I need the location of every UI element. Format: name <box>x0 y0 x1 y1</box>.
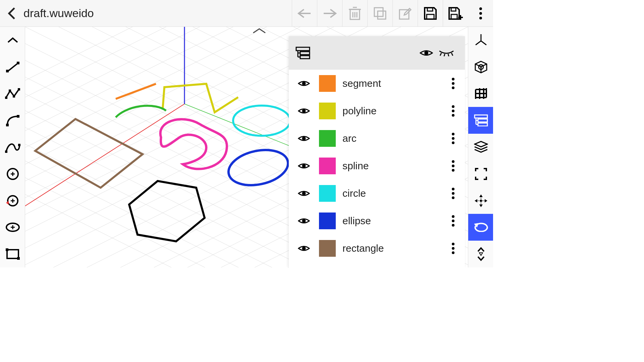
rectangle-tool[interactable] <box>0 241 25 267</box>
svg-line-45 <box>476 41 481 45</box>
svg-point-17 <box>479 7 482 10</box>
layer-more-icon[interactable] <box>448 242 458 254</box>
layer-row[interactable]: polyline <box>289 97 465 125</box>
eye-icon[interactable] <box>296 79 312 87</box>
svg-line-124 <box>444 54 445 56</box>
layer-more-icon[interactable] <box>448 215 458 227</box>
layer-row[interactable]: segment <box>289 70 465 97</box>
right-toolbar <box>468 27 493 267</box>
svg-point-145 <box>452 192 454 195</box>
layer-name-label: spline <box>342 160 448 172</box>
svg-marker-67 <box>475 199 477 202</box>
eye-icon[interactable] <box>296 189 312 197</box>
layer-color-swatch[interactable] <box>319 185 336 202</box>
svg-rect-14 <box>451 8 456 11</box>
layers-tree-icon[interactable] <box>296 47 312 59</box>
layer-color-swatch[interactable] <box>319 75 336 92</box>
svg-point-149 <box>452 220 454 222</box>
svg-rect-24 <box>9 89 11 92</box>
eye-icon[interactable] <box>296 134 312 142</box>
svg-point-135 <box>302 137 306 140</box>
rotate-button[interactable] <box>468 214 493 241</box>
polyline-shape[interactable] <box>163 84 238 112</box>
svg-rect-28 <box>17 115 19 118</box>
layer-more-icon[interactable] <box>448 187 458 199</box>
svg-point-129 <box>452 82 454 85</box>
svg-rect-117 <box>300 52 310 55</box>
save-as-button[interactable] <box>443 0 468 26</box>
save-button[interactable] <box>418 0 443 26</box>
svg-point-128 <box>452 78 454 80</box>
copy-button[interactable] <box>367 0 392 26</box>
rectangle-shape[interactable] <box>35 119 143 188</box>
layer-more-icon[interactable] <box>448 132 458 144</box>
circle-shape[interactable] <box>233 106 290 136</box>
layer-more-icon[interactable] <box>448 160 458 172</box>
show-all-icon[interactable] <box>418 49 435 57</box>
more-menu-button[interactable] <box>468 0 493 26</box>
svg-marker-73 <box>479 253 483 255</box>
layer-name-label: circle <box>342 188 448 199</box>
circle-center-tool[interactable] <box>0 161 25 187</box>
svg-point-139 <box>302 164 306 168</box>
layer-more-icon[interactable] <box>448 77 458 89</box>
eye-icon[interactable] <box>296 217 312 225</box>
undo-button[interactable] <box>292 0 317 26</box>
layers-panel-button[interactable] <box>468 107 493 134</box>
line-tool[interactable] <box>0 54 25 80</box>
layer-row[interactable]: circle <box>289 180 465 207</box>
ellipse-tool[interactable] <box>0 214 25 241</box>
layer-color-swatch[interactable] <box>319 103 336 119</box>
fullscreen-button[interactable] <box>468 161 493 187</box>
layer-row[interactable]: ellipse <box>289 207 465 235</box>
eye-icon[interactable] <box>296 162 312 170</box>
svg-point-144 <box>452 188 454 190</box>
axes-view-button[interactable] <box>468 27 493 54</box>
delete-button[interactable] <box>342 0 367 26</box>
layer-row[interactable]: rectangle <box>289 235 465 262</box>
layer-color-swatch[interactable] <box>319 130 336 147</box>
edit-button[interactable] <box>392 0 418 26</box>
svg-marker-65 <box>479 194 483 197</box>
hexagon-shape[interactable] <box>129 181 205 241</box>
back-button[interactable] <box>3 5 20 22</box>
collapse-up-icon[interactable] <box>0 27 25 54</box>
hide-all-icon[interactable] <box>435 50 458 56</box>
layer-name-label: ellipse <box>342 215 448 227</box>
layer-more-icon[interactable] <box>448 105 458 117</box>
svg-point-134 <box>452 114 454 117</box>
svg-rect-26 <box>18 88 20 90</box>
svg-rect-58 <box>475 115 487 118</box>
layer-row[interactable]: arc <box>289 125 465 152</box>
pan-button[interactable] <box>468 187 493 214</box>
view-cube-button[interactable] <box>468 54 493 80</box>
svg-point-142 <box>452 169 454 172</box>
eye-icon[interactable] <box>296 244 312 252</box>
arc-shape[interactable] <box>116 106 166 117</box>
layer-color-swatch[interactable] <box>319 213 336 229</box>
ellipse-shape[interactable] <box>225 145 291 190</box>
layer-color-swatch[interactable] <box>319 240 336 257</box>
svg-rect-30 <box>18 144 20 146</box>
svg-rect-43 <box>17 257 20 260</box>
eye-icon[interactable] <box>296 107 312 115</box>
spline-tool[interactable] <box>0 134 25 161</box>
curve-tool[interactable] <box>0 107 25 134</box>
svg-line-123 <box>440 53 441 56</box>
expand-vertical-button[interactable] <box>468 241 493 267</box>
layer-color-swatch[interactable] <box>319 158 336 174</box>
stack-layers-button[interactable] <box>468 134 493 161</box>
chevron-up-icon[interactable] <box>253 29 265 33</box>
grid-toggle-button[interactable] <box>468 80 493 107</box>
polyline-tool[interactable] <box>0 80 25 107</box>
svg-rect-27 <box>6 124 9 126</box>
circle-3pt-tool[interactable] <box>0 187 25 214</box>
spline-shape[interactable] <box>160 119 227 169</box>
layer-row[interactable]: spline <box>289 152 465 180</box>
svg-rect-118 <box>300 56 310 59</box>
svg-marker-68 <box>485 199 487 202</box>
segment-shape[interactable] <box>116 84 156 99</box>
svg-point-140 <box>452 160 454 163</box>
redo-button[interactable] <box>317 0 342 26</box>
svg-rect-8 <box>374 8 383 16</box>
